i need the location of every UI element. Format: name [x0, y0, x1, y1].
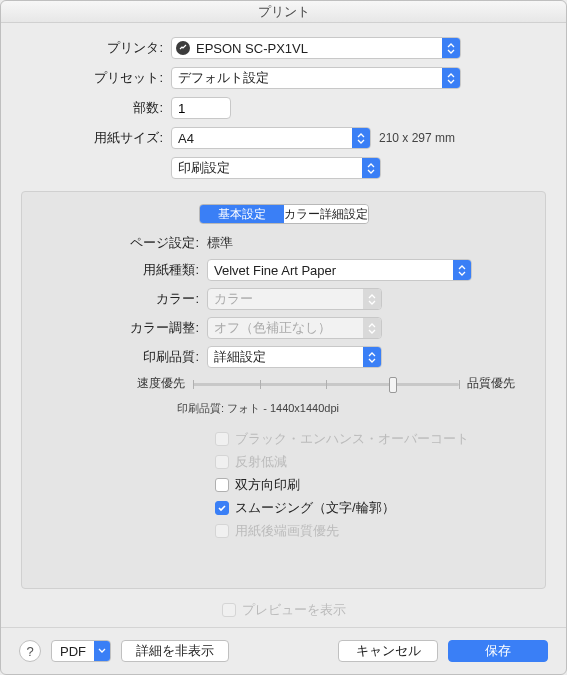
reflect-reduce-label: 反射低減	[235, 453, 287, 471]
copies-label: 部数:	[21, 99, 171, 117]
checkbox-trailing-edge	[215, 524, 229, 538]
help-icon: ?	[26, 644, 33, 659]
check-row-reflect-reduce: 反射低減	[215, 453, 535, 471]
media-type-label: 用紙種類:	[32, 261, 207, 279]
printer-label: プリンタ:	[21, 39, 171, 57]
papersize-label: 用紙サイズ:	[21, 129, 171, 147]
media-type-select[interactable]: Velvet Fine Art Paper	[207, 259, 472, 281]
printer-select[interactable]: EPSON SC-PX1VL	[171, 37, 461, 59]
copies-input[interactable]	[171, 97, 231, 119]
check-row-smoothing[interactable]: スムージング（文字/輪郭）	[215, 499, 535, 517]
preset-select[interactable]: デフォルト設定	[171, 67, 461, 89]
chevron-updown-icon	[442, 68, 460, 88]
color-select: カラー	[207, 288, 382, 310]
papersize-dimensions: 210 x 297 mm	[379, 131, 455, 145]
page-setup-value: 標準	[207, 234, 233, 252]
printer-value: EPSON SC-PX1VL	[190, 41, 442, 56]
chevron-updown-icon	[352, 128, 370, 148]
print-settings-panel: 基本設定 カラー詳細設定 ページ設定: 標準 用紙種類: Velvet Fine…	[21, 191, 546, 589]
slider-track[interactable]	[193, 376, 459, 392]
tab-color-advanced[interactable]: カラー詳細設定	[284, 205, 368, 223]
check-row-bidirectional[interactable]: 双方向印刷	[215, 476, 535, 494]
pdf-menu-button[interactable]: PDF	[51, 640, 111, 662]
window-title: プリント	[1, 1, 566, 23]
bidirectional-label: 双方向印刷	[235, 476, 300, 494]
checkbox-reflect-reduce	[215, 455, 229, 469]
papersize-value: A4	[172, 131, 352, 146]
settings-tabs: 基本設定 カラー詳細設定	[199, 204, 369, 224]
chevron-updown-icon	[362, 158, 380, 178]
color-value: カラー	[208, 290, 363, 308]
media-type-value: Velvet Fine Art Paper	[208, 263, 453, 278]
checkbox-preview	[222, 603, 236, 617]
preset-label: プリセット:	[21, 69, 171, 87]
print-quality-select[interactable]: 詳細設定	[207, 346, 382, 368]
print-quality-value: 詳細設定	[208, 348, 363, 366]
chevron-updown-icon	[363, 318, 381, 338]
checkbox-black-enhance	[215, 432, 229, 446]
print-dialog: プリント プリンタ: EPSON SC-PX1VL プリセット:	[0, 0, 567, 675]
papersize-select[interactable]: A4	[171, 127, 371, 149]
preview-row: プレビューを表示	[21, 601, 546, 619]
color-label: カラー:	[32, 290, 207, 308]
smoothing-label: スムージング（文字/輪郭）	[235, 499, 395, 517]
help-button[interactable]: ?	[19, 640, 41, 662]
checkbox-bidirectional[interactable]	[215, 478, 229, 492]
slider-thumb[interactable]	[389, 377, 397, 393]
section-value: 印刷設定	[172, 159, 362, 177]
dialog-content: プリンタ: EPSON SC-PX1VL プリセット:	[1, 23, 566, 627]
quality-priority-label: 品質優先	[467, 375, 515, 392]
tab-basic[interactable]: 基本設定	[200, 205, 284, 223]
chevron-down-icon	[94, 641, 110, 661]
options-checks: ブラック・エンハンス・オーバーコート 反射低減 双方向印刷 スムージング（文字/…	[32, 430, 535, 540]
color-adjust-label: カラー調整:	[32, 319, 207, 337]
pdf-label: PDF	[52, 644, 94, 659]
chevron-updown-icon	[453, 260, 471, 280]
dialog-footer: ? PDF 詳細を非表示 キャンセル 保存	[1, 627, 566, 674]
color-adjust-value: オフ（色補正なし）	[208, 319, 363, 337]
chevron-updown-icon	[442, 38, 460, 58]
preset-value: デフォルト設定	[172, 69, 442, 87]
trailing-edge-label: 用紙後端画質優先	[235, 522, 339, 540]
chevron-updown-icon	[363, 347, 381, 367]
save-button[interactable]: 保存	[448, 640, 548, 662]
black-enhance-label: ブラック・エンハンス・オーバーコート	[235, 430, 469, 448]
hide-details-button[interactable]: 詳細を非表示	[121, 640, 229, 662]
printer-status-icon	[176, 41, 190, 55]
section-select[interactable]: 印刷設定	[171, 157, 381, 179]
preview-label: プレビューを表示	[242, 601, 346, 619]
speed-priority-label: 速度優先	[137, 375, 185, 392]
check-row-trailing-edge: 用紙後端画質優先	[215, 522, 535, 540]
print-quality-label: 印刷品質:	[32, 348, 207, 366]
page-setup-label: ページ設定:	[32, 234, 207, 252]
check-row-black-enhance: ブラック・エンハンス・オーバーコート	[215, 430, 535, 448]
checkbox-smoothing[interactable]	[215, 501, 229, 515]
color-adjust-select: オフ（色補正なし）	[207, 317, 382, 339]
quality-slider[interactable]: 速度優先 品質優先	[137, 375, 515, 392]
quality-note: 印刷品質: フォト - 1440x1440dpi	[177, 401, 339, 416]
chevron-updown-icon	[363, 289, 381, 309]
cancel-button[interactable]: キャンセル	[338, 640, 438, 662]
